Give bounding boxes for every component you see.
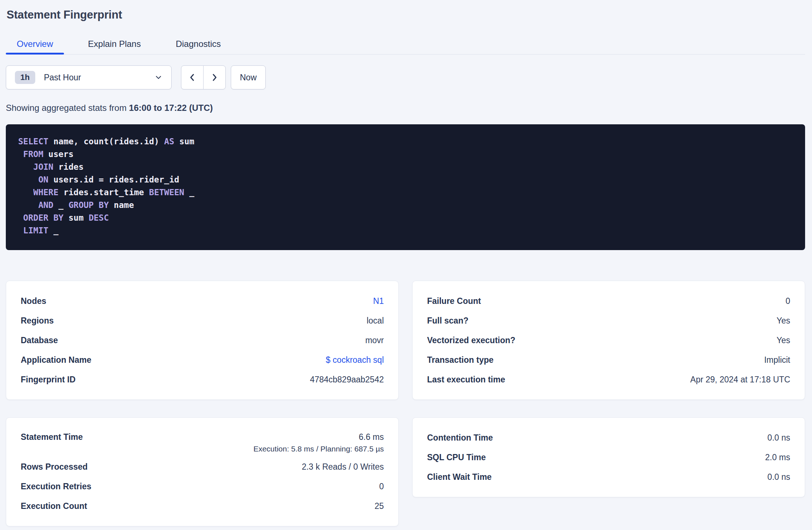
chevron-down-icon [154, 73, 162, 81]
aggregated-stats-range: 16:00 to 17:22 (UTC) [129, 103, 213, 113]
sql-line: FROM users [18, 148, 792, 161]
time-range-badge: 1h [15, 71, 35, 84]
row-statement-time: Statement Time 6.6 ms Execution: 5.8 ms … [21, 428, 384, 457]
database-value: movr [365, 336, 384, 345]
sql-statement-box: SELECT name, count(rides.id) AS sumFROM … [6, 124, 805, 250]
tab-overview[interactable]: Overview [6, 33, 64, 54]
row-failure-count: Failure Count 0 [427, 291, 790, 311]
statement-time-value: 6.6 ms [253, 432, 384, 442]
sql-line: LIMIT _ [18, 224, 792, 237]
database-label: Database [21, 336, 58, 345]
tab-diagnostics[interactable]: Diagnostics [165, 33, 232, 54]
fingerprint-id-label: Fingerprint ID [21, 375, 76, 385]
row-regions: Regions local [21, 311, 384, 330]
sql-line: AND _ GROUP BY name [18, 199, 792, 212]
transaction-type-label: Transaction type [427, 355, 494, 365]
next-range-button[interactable] [204, 66, 226, 89]
overview-cards-row: Nodes N1 Regions local Database movr App… [6, 281, 805, 400]
rows-processed-value: 2.3 k Reads / 0 Writes [302, 462, 384, 472]
row-rows-processed: Rows Processed 2.3 k Reads / 0 Writes [21, 457, 384, 477]
tab-overview-label: Overview [17, 39, 53, 49]
execution-count-value: 25 [374, 501, 384, 511]
last-execution-time-value: Apr 29, 2024 at 17:18 UTC [690, 375, 790, 385]
regions-value: local [367, 316, 384, 326]
row-contention-time: Contention Time 0.0 ns [427, 428, 790, 447]
vectorized-execution-label: Vectorized execution? [427, 336, 515, 345]
full-scan-label: Full scan? [427, 316, 469, 326]
sql-line: ON users.id = rides.rider_id [18, 173, 792, 186]
sql-cpu-time-label: SQL CPU Time [427, 453, 486, 462]
failure-count-value: 0 [785, 296, 790, 306]
row-sql-cpu-time: SQL CPU Time 2.0 ms [427, 447, 790, 467]
chevron-left-icon [188, 73, 197, 82]
rows-processed-label: Rows Processed [21, 462, 88, 472]
aggregated-stats-prefix: Showing aggregated stats from [6, 103, 129, 113]
row-database: Database movr [21, 330, 384, 350]
tab-diagnostics-label: Diagnostics [176, 39, 221, 49]
time-range-label: Past Hour [44, 73, 154, 83]
row-client-wait-time: Client Wait Time 0.0 ns [427, 467, 790, 487]
row-nodes: Nodes N1 [21, 291, 384, 311]
statement-details-card: Nodes N1 Regions local Database movr App… [6, 281, 399, 400]
last-execution-time-label: Last execution time [427, 375, 505, 385]
statement-time-card: Statement Time 6.6 ms Execution: 5.8 ms … [6, 417, 399, 526]
sql-line: WHERE rides.start_time BETWEEN _ [18, 186, 792, 199]
statement-time-breakdown: Execution: 5.8 ms / Planning: 687.5 µs [253, 445, 384, 453]
wait-time-card: Contention Time 0.0 ns SQL CPU Time 2.0 … [412, 417, 805, 497]
statement-fingerprint-page: Statement Fingerprint Overview Explain P… [0, 8, 812, 530]
sql-line: JOIN rides [18, 161, 792, 173]
contention-time-label: Contention Time [427, 433, 493, 443]
row-fingerprint-id: Fingerprint ID 4784cb829aab2542 [21, 370, 384, 389]
failure-count-label: Failure Count [427, 296, 481, 306]
execution-attributes-card: Failure Count 0 Full scan? Yes Vectorize… [412, 281, 805, 400]
execution-retries-label: Execution Retries [21, 482, 91, 491]
regions-label: Regions [21, 316, 54, 326]
vectorized-execution-value: Yes [776, 336, 790, 345]
time-range-arrows [181, 65, 226, 89]
sql-cpu-time-value: 2.0 ms [765, 453, 790, 462]
row-last-execution-time: Last execution time Apr 29, 2024 at 17:1… [427, 370, 790, 389]
application-name-label: Application Name [21, 355, 91, 365]
tab-explain-plans[interactable]: Explain Plans [77, 33, 152, 54]
execution-count-label: Execution Count [21, 501, 87, 511]
prev-range-button[interactable] [181, 66, 204, 89]
time-controls: 1h Past Hour Now [6, 65, 805, 89]
nodes-value-link[interactable]: N1 [373, 296, 384, 306]
nodes-label: Nodes [21, 296, 46, 306]
tab-bar: Overview Explain Plans Diagnostics [6, 33, 805, 55]
performance-cards-row: Statement Time 6.6 ms Execution: 5.8 ms … [6, 417, 805, 526]
full-scan-value: Yes [776, 316, 790, 326]
client-wait-time-label: Client Wait Time [427, 472, 492, 482]
contention-time-value: 0.0 ns [767, 433, 790, 443]
tab-explain-plans-label: Explain Plans [88, 39, 141, 49]
row-transaction-type: Transaction type Implicit [427, 350, 790, 370]
row-execution-retries: Execution Retries 0 [21, 477, 384, 496]
execution-retries-value: 0 [379, 482, 384, 491]
fingerprint-id-value: 4784cb829aab2542 [310, 375, 384, 385]
page-title: Statement Fingerprint [7, 8, 805, 22]
row-application-name: Application Name $ cockroach sql [21, 350, 384, 370]
row-full-scan: Full scan? Yes [427, 311, 790, 330]
client-wait-time-value: 0.0 ns [767, 472, 790, 482]
aggregated-stats-text: Showing aggregated stats from 16:00 to 1… [6, 103, 805, 113]
chevron-right-icon [210, 73, 219, 82]
sql-line: ORDER BY sum DESC [18, 212, 792, 224]
row-execution-count: Execution Count 25 [21, 496, 384, 516]
row-vectorized-execution: Vectorized execution? Yes [427, 330, 790, 350]
application-name-value-link[interactable]: $ cockroach sql [326, 355, 384, 365]
time-range-dropdown[interactable]: 1h Past Hour [6, 65, 172, 89]
sql-line: SELECT name, count(rides.id) AS sum [18, 135, 792, 148]
transaction-type-value: Implicit [764, 355, 790, 365]
now-button[interactable]: Now [231, 65, 266, 89]
statement-time-label: Statement Time [21, 432, 83, 442]
